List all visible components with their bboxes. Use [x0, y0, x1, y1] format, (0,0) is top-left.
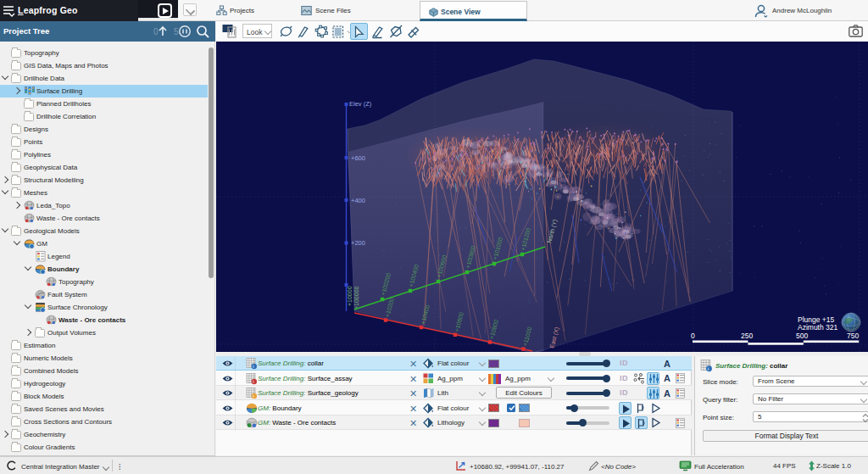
svg-text:0: 0 — [153, 27, 159, 36]
svg-text:Azimuth 321: Azimuth 321 — [798, 323, 838, 332]
svg-text:0: 0 — [691, 332, 695, 340]
svg-text:5: 5 — [174, 27, 179, 36]
svg-text:+200: +200 — [351, 239, 365, 247]
svg-text:750: 750 — [847, 332, 859, 340]
svg-text:+400: +400 — [351, 197, 365, 204]
svg-text:+10000: +10000 — [347, 286, 353, 306]
svg-text:+100000: +100000 — [353, 286, 359, 309]
svg-text:+600: +600 — [351, 154, 365, 162]
svg-text:i: i — [253, 393, 253, 399]
svg-text:Elev (Z): Elev (Z) — [349, 100, 372, 108]
svg-text:250: 250 — [741, 332, 753, 340]
svg-text:500: 500 — [796, 332, 808, 340]
svg-text:i: i — [253, 379, 253, 384]
svg-text:i: i — [253, 364, 253, 369]
svg-text:i: i — [708, 366, 709, 371]
